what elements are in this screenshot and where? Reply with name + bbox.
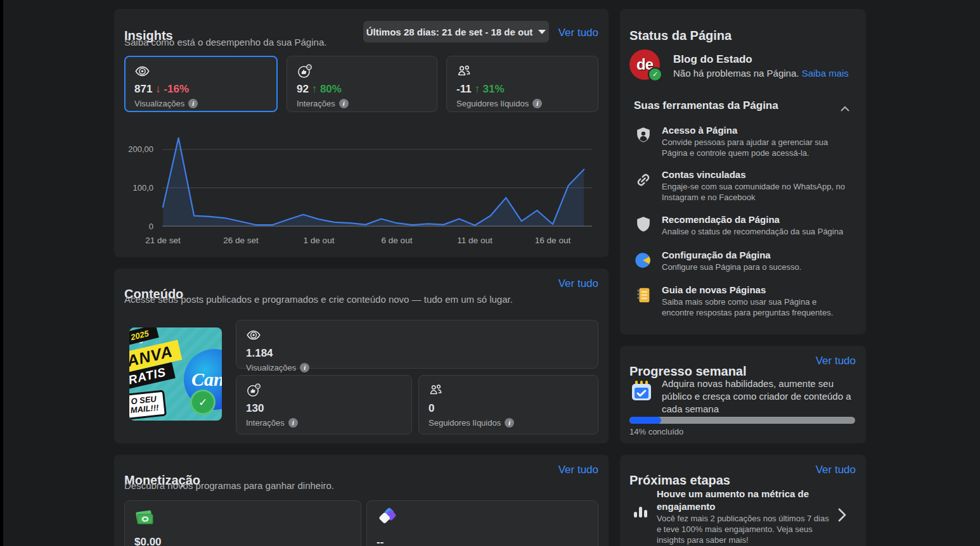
- tool-item-linked-accounts[interactable]: Contas vinculadasEngaje-se com sua comun…: [634, 169, 853, 203]
- stat-label: Interações: [246, 418, 402, 428]
- monetization-see-all-link[interactable]: Ver tudo: [558, 464, 598, 476]
- content-stat-views[interactable]: 1.184 Visualizações: [236, 320, 598, 369]
- interactions-icon: [297, 63, 427, 80]
- content-stat-interactions[interactable]: 130 Interações: [236, 375, 412, 435]
- content-card: Conteúdo Ver tudo Acesse seus posts publ…: [114, 269, 609, 443]
- stat-tile-followers[interactable]: -11 ↑ 31% Seguidores líquidos: [446, 56, 598, 112]
- content-see-all-link[interactable]: Ver tudo: [558, 277, 598, 290]
- followers-icon: [429, 383, 588, 399]
- weekly-progress-see-all-link[interactable]: Ver tudo: [816, 355, 856, 367]
- monetization-subtitle: Descubra novos programas para ganhar din…: [124, 480, 334, 491]
- check-seal-icon: [190, 390, 216, 415]
- stat-label: Seguidores líquidos: [456, 99, 588, 108]
- x-axis-tick: 26 de set: [214, 236, 268, 245]
- weekly-progress-card: Progresso semanal Ver tudo Adquira novas…: [620, 346, 866, 443]
- page-status-line: Não há problemas na Página. Saiba mais: [673, 68, 849, 79]
- stat-tile-views[interactable]: 871 ↓ -16% Visualizações: [124, 56, 278, 112]
- monetization-tile-stars[interactable]: --: [366, 500, 598, 546]
- eye-icon: [246, 327, 588, 344]
- views-line-chart[interactable]: [148, 133, 592, 247]
- content-stat-followers[interactable]: 0 Seguidores líquidos: [418, 375, 598, 435]
- arrow-up-icon: ↑: [312, 83, 318, 95]
- insights-subtitle: Saiba como está o desempenho da sua Pági…: [124, 37, 326, 48]
- stat-value: 130: [246, 402, 402, 415]
- tool-item-page-setup[interactable]: Configuração da PáginaConfigure sua Pági…: [634, 250, 853, 273]
- progress-bar: [629, 417, 855, 424]
- chevron-right-icon[interactable]: [838, 508, 846, 524]
- chevron-down-icon: [538, 30, 546, 34]
- pie-chart-icon: [634, 250, 654, 273]
- tool-item-page-recommendation[interactable]: Recomendação da PáginaAnalise o status d…: [634, 214, 853, 238]
- info-icon[interactable]: [288, 418, 298, 428]
- page-status-card: Status da Página de Blog do Estado Não h…: [620, 9, 866, 334]
- page-name: Blog do Estado: [673, 53, 752, 66]
- weekly-progress-desc: Adquira novas habilidades, aumente seu p…: [662, 378, 852, 416]
- info-icon[interactable]: [505, 418, 514, 428]
- next-step-item-desc: Você fez mais 2 publicações nos últimos …: [657, 514, 829, 546]
- insights-see-all-link[interactable]: Ver tudo: [558, 27, 598, 39]
- x-axis-tick: 6 de out: [370, 236, 423, 245]
- link-icon: [634, 169, 654, 203]
- stat-label: Seguidores líquidos: [429, 418, 588, 428]
- money-icon: [134, 508, 351, 531]
- x-axis-tick: 1 de out: [292, 236, 345, 245]
- stat-label: Visualizações: [246, 363, 588, 372]
- stat-value-row: 871 ↓ -16%: [134, 83, 268, 96]
- chevron-up-icon[interactable]: [841, 103, 849, 114]
- date-range-label: Últimos 28 dias: 21 de set - 18 de out: [366, 27, 533, 37]
- stat-value: 1.184: [246, 347, 588, 360]
- shield-person-icon: [634, 125, 654, 158]
- x-axis-tick: 16 de out: [526, 236, 579, 245]
- stars-icon: [377, 508, 588, 531]
- calendar-check-icon: [629, 379, 654, 405]
- x-axis-tick: 21 de set: [136, 236, 190, 245]
- page-status-title: Status da Página: [629, 29, 732, 43]
- stat-value: 0: [429, 402, 588, 415]
- stat-value-row: -11 ↑ 31%: [456, 83, 588, 96]
- next-steps-title: Próximas etapas: [629, 473, 730, 488]
- tool-item-page-access[interactable]: Acesso à PáginaConvide pessoas para ajud…: [634, 125, 853, 158]
- x-axis-tick: 11 de out: [448, 236, 501, 245]
- post-thumbnail[interactable]: 2025 ANVA RATIS O SEUMAIL!!! Can: [129, 327, 222, 421]
- interactions-icon: [246, 383, 402, 399]
- eye-icon: [134, 63, 268, 80]
- info-icon[interactable]: [339, 99, 349, 108]
- window-edge: [0, 0, 3, 546]
- verified-check-icon: [648, 67, 662, 82]
- info-icon[interactable]: [532, 99, 542, 108]
- followers-icon: [456, 63, 588, 80]
- tools-header: Suas ferramentas da Página: [634, 99, 778, 112]
- insights-card: Insights Saiba como está o desempenho da…: [114, 9, 609, 257]
- monetization-card: Monetização Ver tudo Descubra novos prog…: [114, 455, 609, 546]
- stat-label: Interações: [297, 99, 427, 108]
- page-avatar[interactable]: de: [629, 49, 660, 80]
- stat-tile-interactions[interactable]: 92 ↑ 80% Interações: [287, 56, 437, 112]
- stat-label: Visualizações: [134, 99, 268, 108]
- learn-more-link[interactable]: Saiba mais: [802, 68, 849, 79]
- next-steps-see-all-link[interactable]: Ver tudo: [816, 464, 856, 476]
- info-icon[interactable]: [300, 363, 309, 372]
- stat-value-row: 92 ↑ 80%: [297, 83, 427, 96]
- info-icon[interactable]: [188, 99, 198, 108]
- monetization-amount: $0.00: [134, 536, 351, 546]
- content-subtitle: Acesse seus posts publicados e programad…: [124, 294, 513, 305]
- page-background: Insights Saiba como está o desempenho da…: [0, 0, 980, 546]
- guide-book-icon: [634, 284, 654, 318]
- date-range-dropdown[interactable]: Últimos 28 dias: 21 de set - 18 de out: [363, 21, 549, 42]
- progress-bar-fill: [629, 417, 661, 424]
- arrow-down-icon: ↓: [155, 83, 161, 95]
- tool-item-new-pages-guide[interactable]: Guia de novas PáginasSaiba mais sobre co…: [634, 284, 853, 318]
- monetization-tile-payout[interactable]: $0.00: [124, 500, 361, 546]
- next-step-item-title[interactable]: Houve um aumento na métrica de engajamen…: [657, 488, 815, 512]
- bar-chart-icon: [634, 507, 647, 517]
- arrow-up-icon: ↑: [474, 83, 480, 95]
- shield-icon: [634, 214, 654, 238]
- monetization-amount: --: [377, 536, 588, 546]
- progress-label: 14% concluído: [629, 427, 683, 436]
- thumbnail-bubble-text: O SEUMAIL!!!: [129, 390, 167, 420]
- next-steps-card: Próximas etapas Ver tudo Houve um aument…: [620, 455, 866, 546]
- weekly-progress-title: Progresso semanal: [629, 364, 747, 379]
